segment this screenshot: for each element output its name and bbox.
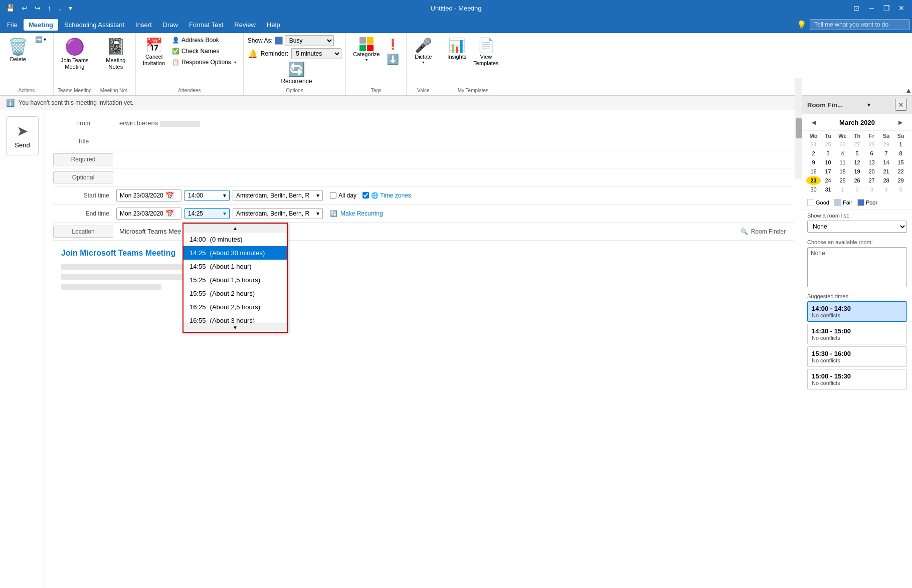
recurrence-button[interactable]: 🔄 Recurrence: [277, 59, 316, 87]
importance-low-button[interactable]: ⬇️: [386, 52, 400, 66]
time-option-1555[interactable]: 15:55 (About 2 hours): [184, 287, 287, 300]
required-button[interactable]: Required: [53, 153, 113, 165]
room-list-box[interactable]: None: [807, 247, 907, 287]
timezones-checkbox[interactable]: [362, 192, 369, 199]
address-book-button[interactable]: 👤 Address Book: [169, 35, 239, 45]
cal-day[interactable]: 26: [850, 176, 864, 185]
time-option-1625[interactable]: 16:25 (About 2,5 hours): [184, 300, 287, 314]
save-qat-button[interactable]: 💾: [4, 3, 17, 13]
categorize-button[interactable]: Categorize ▾: [350, 35, 383, 64]
cal-day[interactable]: 21: [879, 167, 893, 176]
time-option-1425[interactable]: 14:25 (About 30 minutes): [184, 246, 287, 260]
cal-day[interactable]: 29: [879, 140, 893, 149]
down-qat-button[interactable]: ↓: [56, 3, 64, 13]
room-finder-button[interactable]: 🔍 Room Finder: [737, 226, 790, 237]
time-option-1655[interactable]: 16:55 (About 3 hours): [184, 314, 287, 323]
cal-day[interactable]: 28: [879, 176, 893, 185]
menu-help[interactable]: Help: [262, 19, 285, 31]
cal-day[interactable]: 17: [821, 167, 835, 176]
dropdown-scroll-up[interactable]: ▲: [184, 224, 287, 233]
redo-qat-button[interactable]: ↪: [33, 3, 43, 13]
time-option-1525[interactable]: 15:25 (About 1,5 hours): [184, 273, 287, 287]
importance-high-button[interactable]: ❗: [386, 37, 400, 51]
reminder-select[interactable]: 5 minutes 15 minutes 30 minutes 1 hour: [291, 48, 341, 59]
meeting-notes-button[interactable]: 📓 MeetingNotes: [103, 35, 129, 72]
allday-label[interactable]: All day: [330, 192, 356, 199]
menu-meeting[interactable]: Meeting: [24, 19, 58, 31]
cal-day[interactable]: 14: [879, 158, 893, 167]
menu-draw[interactable]: Draw: [158, 19, 183, 31]
end-time-select[interactable]: 14:25 ▾: [185, 208, 230, 219]
end-tz-select[interactable]: Amsterdam, Berlin, Bern, R ▾: [233, 208, 323, 219]
minimize-button[interactable]: ─: [865, 2, 878, 15]
cal-day[interactable]: 15: [893, 158, 908, 167]
cal-day[interactable]: 3: [821, 149, 835, 158]
menu-format-text[interactable]: Format Text: [184, 19, 228, 31]
delete-button[interactable]: 🗑️ Delete: [4, 35, 32, 64]
cancel-invitation-button[interactable]: 📅✕ CancelInvitation: [140, 35, 168, 69]
teams-meeting-link[interactable]: Join Microsoft Teams Meeting: [61, 249, 175, 257]
customize-qat-button[interactable]: ▾: [67, 3, 74, 13]
suggested-slot-0[interactable]: 14:00 - 14:30 No conflicts: [807, 301, 907, 322]
cal-day[interactable]: 20: [864, 167, 879, 176]
send-button[interactable]: ➤ Send: [6, 116, 38, 155]
cal-day[interactable]: 19: [850, 167, 864, 176]
cal-day[interactable]: 13: [864, 158, 879, 167]
snap-button[interactable]: ⊡: [850, 2, 863, 15]
cal-day[interactable]: 18: [835, 167, 850, 176]
check-names-button[interactable]: ✅ Check Names: [169, 46, 239, 56]
suggested-slot-1[interactable]: 14:30 - 15:00 No conflicts: [807, 324, 907, 344]
cal-day[interactable]: 9: [806, 158, 821, 167]
up-qat-button[interactable]: ↑: [46, 3, 53, 13]
panel-dropdown-arrow[interactable]: ▾: [867, 101, 870, 108]
title-input[interactable]: [117, 136, 794, 146]
menu-review[interactable]: Review: [229, 19, 261, 31]
cal-day[interactable]: 3: [864, 185, 879, 194]
show-as-select[interactable]: Busy Free Tentative Out of Office: [285, 35, 334, 46]
cal-day[interactable]: 24: [821, 176, 835, 185]
timezones-label[interactable]: 🌐 Time zones: [362, 192, 411, 199]
required-input[interactable]: [117, 154, 794, 164]
cal-day[interactable]: 25: [821, 140, 835, 149]
cal-day[interactable]: 16: [806, 167, 821, 176]
cal-day[interactable]: 11: [835, 158, 850, 167]
cal-day[interactable]: 6: [864, 149, 879, 158]
response-options-button[interactable]: 📋 Response Options ▾: [169, 57, 239, 67]
cal-day[interactable]: 12: [850, 158, 864, 167]
allday-checkbox[interactable]: [330, 192, 336, 199]
cal-day[interactable]: 10: [821, 158, 835, 167]
cal-day[interactable]: 24: [806, 140, 821, 149]
suggested-slot-3[interactable]: 15:00 - 15:30 No conflicts: [807, 369, 907, 389]
panel-close-button[interactable]: ✕: [895, 99, 907, 111]
start-tz-select[interactable]: Amsterdam, Berlin, Bern, R ▾: [233, 190, 323, 201]
cal-day[interactable]: 31: [821, 185, 835, 194]
menu-scheduling[interactable]: Scheduling Assistant: [59, 19, 129, 31]
view-templates-button[interactable]: 📄 ViewTemplates: [470, 35, 501, 69]
menu-file[interactable]: File: [2, 19, 23, 31]
restore-button[interactable]: ❐: [880, 2, 893, 15]
move-up-button[interactable]: ➡️ ▼: [33, 35, 49, 44]
cal-day[interactable]: 8: [893, 149, 908, 158]
make-recurring-button[interactable]: 🔄 Make Recurring: [330, 210, 383, 217]
cal-day[interactable]: 1: [835, 185, 850, 194]
cal-day[interactable]: 30: [806, 185, 821, 194]
undo-qat-button[interactable]: ↩: [20, 3, 30, 13]
cal-day[interactable]: 27: [850, 140, 864, 149]
cal-day[interactable]: 4: [879, 185, 893, 194]
cal-day[interactable]: 22: [893, 167, 908, 176]
optional-button[interactable]: Optional: [53, 171, 113, 183]
cal-day[interactable]: 1: [893, 140, 908, 149]
insights-button[interactable]: 📊 Insights: [444, 35, 469, 62]
cal-day[interactable]: 4: [835, 149, 850, 158]
cal-day[interactable]: 28: [864, 140, 879, 149]
cal-next-button[interactable]: ►: [894, 117, 907, 127]
location-button[interactable]: Location: [53, 226, 113, 238]
dropdown-scroll-down[interactable]: ▼: [184, 323, 287, 332]
join-teams-button[interactable]: 🟣 Join TeamsMeeting: [58, 35, 91, 72]
cal-day[interactable]: 27: [864, 176, 879, 185]
start-time-select[interactable]: 14:00 ▾: [185, 190, 230, 201]
start-date-input[interactable]: Mon 23/03/2020 📅: [116, 189, 181, 202]
cal-day[interactable]: 7: [879, 149, 893, 158]
cal-day[interactable]: 2: [806, 149, 821, 158]
cal-day[interactable]: 5: [850, 149, 864, 158]
